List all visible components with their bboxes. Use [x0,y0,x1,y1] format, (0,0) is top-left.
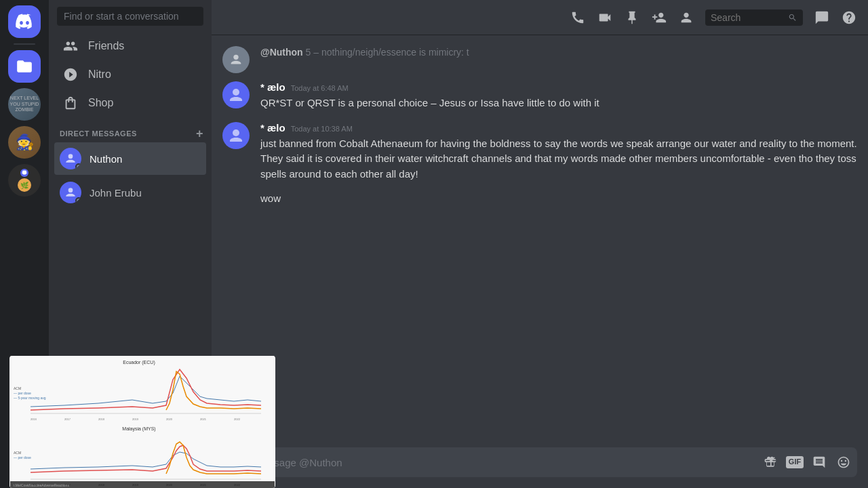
nitro-icon [62,66,79,83]
svg-text:ACM: ACM [14,451,21,455]
partial-message-text: 5 – nothing/neigh/essence is mimicry: t [306,47,469,58]
search-placeholder: Find or start a conversation [64,11,179,22]
video-button[interactable] [597,9,613,26]
svg-text:ACM: ACM [14,386,21,390]
gif-button[interactable]: GIF [787,454,803,470]
server-divider [14,43,35,45]
aelo-avatar-2 [222,122,250,149]
nav-nitro[interactable]: Nitro [54,61,206,88]
shop-icon [62,95,79,111]
svg-rect-15 [10,422,275,488]
svg-point-0 [68,154,73,159]
john-name: John Erubu [90,187,142,199]
help-button[interactable] [841,9,857,26]
inbox-button[interactable] [814,9,830,26]
dm-section-header: DIRECT MESSAGES + [49,117,212,142]
header-search-input[interactable] [711,12,784,23]
server-icon-3[interactable]: 🌿 [8,164,41,197]
aelo-avatar-1 [222,81,250,108]
nuthon-avatar [60,148,81,169]
message-input-box: GIF [222,447,857,477]
svg-text:2022: 2022 [234,418,241,421]
message-group-2: * ælo Today at 10:38 AM just banned from… [222,122,857,182]
svg-text:2018: 2018 [98,418,105,421]
sticker-button[interactable] [811,454,827,470]
friends-label: Friends [88,40,124,52]
nav-shop[interactable]: Shop [54,89,206,117]
friends-icon [62,38,79,54]
call-button[interactable] [570,9,586,26]
graph-thumbnail[interactable]: Ecuador (ECU) ACM — per dose — 5-year mo… [9,356,275,488]
dm-item-nuthon[interactable]: Nuthon [54,142,206,175]
nuthon-name: Nuthon [90,153,122,165]
partial-avatar [222,46,250,73]
message-input[interactable] [255,457,757,468]
nitro-label: Nitro [88,68,111,81]
message-timestamp-1: Today at 6:48 AM [291,84,349,92]
message-header-2: * ælo Today at 10:38 AM [260,122,857,134]
message-username-1: * ælo [260,81,285,93]
svg-point-31 [233,129,239,136]
profile-button[interactable] [678,9,694,26]
message-header-1: * ælo Today at 6:48 AM [260,81,857,93]
search-icon [788,12,797,23]
gift-button[interactable] [762,454,778,470]
dm-search-bar[interactable]: Find or start a conversation [57,7,203,26]
svg-text:— per dose: — per dose [14,455,31,460]
chat-area: @Nuthon 5 – nothing/neigh/essence is mim… [212,0,868,488]
nav-items: Friends Nitro Shop [49,33,212,117]
message-group-1: * ælo Today at 6:48 AM QR*ST or QRST is … [222,81,857,111]
svg-text:2019: 2019 [132,418,139,421]
svg-text:2020: 2020 [166,418,173,421]
message-text-2: just banned from Cobalt Athenaeum for ha… [260,136,857,182]
svg-rect-2 [10,356,275,422]
discord-home-button[interactable] [8,5,41,38]
nuthon-status [75,163,81,169]
svg-text:t.Me/CovidVaccineAdverseReacti: t.Me/CovidVaccineAdverseReactions [14,483,69,487]
server-icon-2[interactable]: 🧙 [8,126,41,159]
partial-text: @Nuthon 5 – nothing/neigh/essence is mim… [260,47,469,58]
svg-text:— per dose: — per dose [14,391,31,395]
message-content-1: * ælo Today at 6:48 AM QR*ST or QRST is … [260,81,857,111]
message-username-2: * ælo [260,122,285,134]
emoji-button[interactable] [835,454,852,470]
svg-text:Ecuador (ECU): Ecuador (ECU) [123,360,155,365]
wow-text: wow [260,192,281,204]
shop-label: Shop [88,97,113,109]
message-input-area: GIF [212,447,868,488]
svg-point-30 [233,89,239,96]
wow-message: wow [222,192,857,204]
svg-text:— 5-year moving avg: — 5-year moving avg [14,396,46,400]
chat-header [212,0,868,35]
message-text-1: QR*ST or QRST is a personal choice – Jes… [260,96,857,111]
john-avatar [60,182,81,203]
server-folder[interactable] [8,50,41,83]
pin-button[interactable] [624,9,640,26]
dm-item-john[interactable]: John Erubu [54,176,206,209]
messages-area[interactable]: @Nuthon 5 – nothing/neigh/essence is mim… [212,35,868,447]
svg-text:Malaysia (MYS): Malaysia (MYS) [122,426,155,432]
gif-label: GIF [786,456,804,468]
dm-add-button[interactable]: + [196,127,203,140]
svg-text:2017: 2017 [64,418,71,421]
partial-username: @Nuthon [260,47,303,58]
dm-section-label: DIRECT MESSAGES [60,129,137,138]
message-timestamp-2: Today at 10:38 AM [291,125,353,133]
svg-point-29 [233,55,238,60]
input-actions: GIF [762,454,852,470]
john-status [75,197,81,203]
partial-content: @Nuthon 5 – nothing/neigh/essence is mim… [260,46,469,58]
partial-message: @Nuthon 5 – nothing/neigh/essence is mim… [222,46,857,73]
server-icon-1[interactable]: NEXT LEVEL YOU STUPID ZOMBIE [8,88,41,121]
svg-text:2016: 2016 [31,418,37,421]
svg-text:2021: 2021 [200,418,207,421]
message-content-2: * ælo Today at 10:38 AM just banned from… [260,122,857,182]
svg-point-1 [68,188,73,192]
header-icons [570,9,857,26]
header-search-box[interactable] [705,9,803,26]
nav-friends[interactable]: Friends [54,33,206,60]
add-friend-button[interactable] [651,9,667,26]
